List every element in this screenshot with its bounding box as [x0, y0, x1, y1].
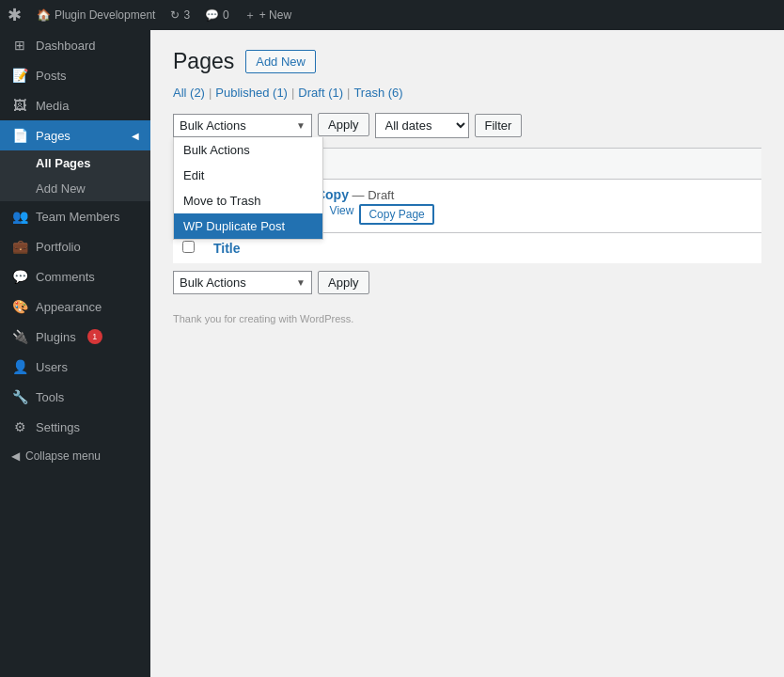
filter-published[interactable]: Published (1)	[215, 86, 288, 100]
footer-text: Thank you for creating with WordPress.	[173, 313, 761, 324]
sidebar-item-dashboard[interactable]: ⊞ Dashboard	[0, 30, 150, 60]
sidebar-item-appearance[interactable]: 🎨 Appearance	[0, 291, 150, 322]
filter-links: All (2) | Published (1) | Draft (1) | Tr…	[173, 86, 761, 100]
sidebar-item-portfolio[interactable]: 💼 Portfolio	[0, 231, 150, 261]
pages-submenu: All Pages Add New	[0, 150, 150, 201]
dropdown-item-edit[interactable]: Edit	[174, 163, 322, 188]
bulk-actions-trigger[interactable]: Bulk Actions ▼	[173, 114, 312, 137]
sidebar-item-settings[interactable]: ⚙ Settings	[0, 412, 150, 442]
filter-all[interactable]: All (2)	[173, 86, 205, 100]
sidebar-item-media[interactable]: 🖼 Media	[0, 90, 150, 120]
bottom-apply-button[interactable]: Apply	[318, 271, 369, 294]
comments-sidebar-icon: 💬	[11, 269, 28, 284]
sidebar-item-tools[interactable]: 🔧 Tools	[0, 382, 150, 412]
filter-trash[interactable]: Trash (6)	[353, 86, 402, 100]
team-icon: 👥	[11, 209, 28, 224]
add-new-button[interactable]: Add New	[245, 50, 316, 73]
dropdown-item-wp-duplicate-post[interactable]: WP Duplicate Post	[174, 213, 322, 239]
admin-topbar: ✱ 🏠 Plugin Development ↻ 3 💬 0 ＋ + New	[0, 0, 784, 30]
bottom-tablenav: Bulk Actions ▼ Apply	[173, 271, 761, 294]
sep2: |	[291, 86, 294, 100]
appearance-icon: 🎨	[11, 299, 28, 314]
page-title: Pages	[173, 49, 234, 74]
row1-copy-page-button[interactable]: Copy Page	[359, 204, 433, 225]
bulk-actions-label: Bulk Actions	[180, 118, 296, 133]
bottom-bulk-actions-trigger[interactable]: Bulk Actions ▼	[173, 271, 312, 294]
dropdown-arrow-icon: ▼	[296, 120, 306, 131]
pages-arrow-icon: ◀	[132, 131, 139, 141]
dropdown-item-bulk-actions[interactable]: Bulk Actions	[174, 137, 322, 163]
row2-checkbox[interactable]	[182, 241, 195, 253]
home-icon: 🏠	[37, 8, 51, 22]
submenu-item-add-new[interactable]: Add New	[0, 176, 150, 201]
plugins-badge: 1	[87, 329, 102, 344]
users-icon: 👤	[11, 359, 28, 374]
updates-icon: ↻	[170, 8, 180, 22]
portfolio-icon: 💼	[11, 239, 28, 254]
bottom-dropdown-arrow-icon: ▼	[296, 277, 306, 288]
collapse-icon: ◀	[11, 449, 20, 463]
top-apply-button[interactable]: Apply	[318, 113, 369, 136]
date-filter-select[interactable]: All dates	[375, 113, 469, 138]
sidebar: ⊞ Dashboard 📝 Posts 🖼 Media 📄 Pages ◀ Al…	[0, 30, 150, 677]
filter-button[interactable]: Filter	[475, 114, 523, 137]
main-content: Pages Add New All (2) | Published (1) | …	[150, 30, 784, 677]
sidebar-item-posts[interactable]: 📝 Posts	[0, 60, 150, 90]
collapse-menu[interactable]: ◀ Collapse menu	[0, 442, 150, 470]
dashboard-icon: ⊞	[11, 38, 28, 53]
sidebar-item-team-members[interactable]: 👥 Team Members	[0, 201, 150, 231]
comments-icon: 💬	[205, 8, 219, 22]
top-tablenav: Bulk Actions Bulk Actions ▼ Bulk Actions…	[173, 109, 761, 142]
comments-item[interactable]: 💬 0	[205, 8, 229, 22]
pages-icon: 📄	[11, 128, 28, 143]
submenu-item-all-pages[interactable]: All Pages	[0, 150, 150, 176]
row1-view-link[interactable]: View	[330, 204, 354, 225]
page-title-row: Pages Add New	[173, 49, 761, 74]
wp-logo-icon[interactable]: ✱	[8, 5, 22, 25]
row1-draft-badge: — Draft	[353, 188, 395, 202]
bottom-bulk-actions-label: Bulk Actions	[180, 276, 296, 290]
site-name[interactable]: 🏠 Plugin Development	[37, 8, 155, 22]
filter-draft[interactable]: Draft (1)	[298, 86, 343, 100]
sidebar-item-plugins[interactable]: 🔌 Plugins 1	[0, 322, 150, 352]
sep1: |	[209, 86, 212, 100]
dropdown-item-move-to-trash[interactable]: Move to Trash	[174, 188, 322, 213]
bulk-actions-dropdown-wrapper: Bulk Actions Bulk Actions ▼ Bulk Actions…	[173, 114, 312, 137]
sidebar-item-comments[interactable]: 💬 Comments	[0, 261, 150, 291]
sep3: |	[347, 86, 350, 100]
row2-title-link[interactable]: Title	[213, 241, 241, 256]
bulk-actions-menu: Bulk Actions Edit Move to Trash WP Dupli…	[173, 137, 323, 240]
updates-item[interactable]: ↻ 3	[170, 8, 190, 22]
plus-icon: ＋	[244, 8, 256, 24]
plugins-icon: 🔌	[11, 329, 28, 344]
settings-icon: ⚙	[11, 419, 28, 434]
tools-icon: 🔧	[11, 389, 28, 404]
sidebar-item-users[interactable]: 👤 Users	[0, 352, 150, 382]
media-icon: 🖼	[11, 98, 28, 113]
sidebar-item-pages[interactable]: 📄 Pages ◀	[0, 120, 150, 150]
posts-icon: 📝	[11, 68, 28, 83]
bulk-dropdown-container: Bulk Actions ▼ Bulk Actions Edit Move to…	[173, 114, 312, 137]
new-menu[interactable]: ＋ + New	[244, 8, 291, 24]
